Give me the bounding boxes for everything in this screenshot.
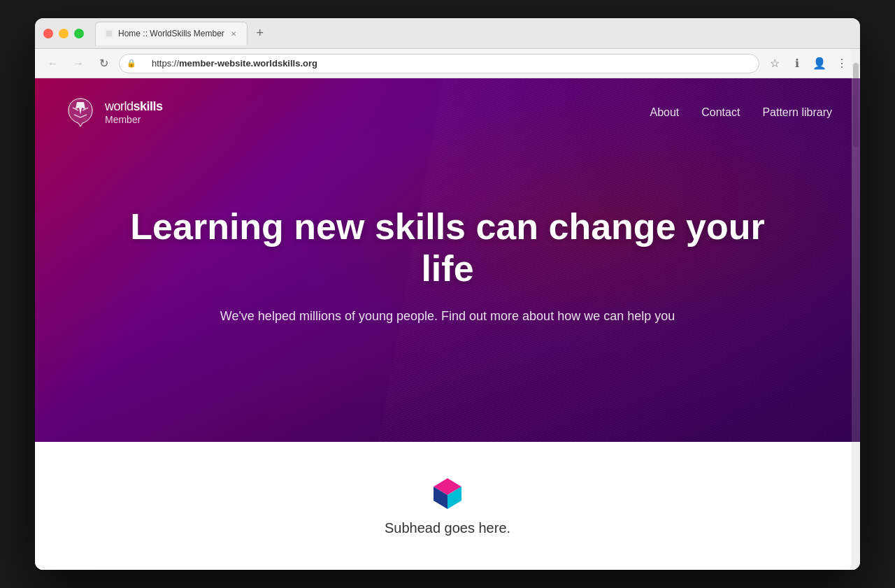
- subhead-text: Subhead goes here.: [385, 520, 510, 536]
- browser-tab[interactable]: Home :: WorldSkills Member ✕: [95, 22, 248, 45]
- new-tab-button[interactable]: +: [250, 24, 270, 43]
- site-logo: worldskills Member: [63, 95, 163, 130]
- tab-favicon-icon: [104, 29, 114, 38]
- browser-window: Home :: WorldSkills Member ✕ + ← → ↻ 🔒 h…: [35, 18, 860, 570]
- logo-worldskills-text: worldskills: [105, 99, 163, 115]
- url-text: https://member-website.worldskills.org: [152, 58, 317, 69]
- below-hero-section: Subhead goes here.: [35, 442, 860, 570]
- refresh-button[interactable]: ↻: [94, 54, 113, 73]
- nav-about-link[interactable]: About: [650, 106, 679, 119]
- minimize-window-button[interactable]: [59, 29, 69, 38]
- website-content: worldskills Member About Contact Pattern…: [35, 78, 860, 570]
- traffic-lights: [43, 29, 84, 38]
- account-button[interactable]: 👤: [810, 54, 829, 73]
- title-bar: Home :: WorldSkills Member ✕ +: [35, 18, 860, 49]
- info-button[interactable]: ℹ: [787, 54, 807, 73]
- hero-subtext: We've helped millions of young people. F…: [117, 307, 778, 326]
- cube-icon: [431, 475, 464, 509]
- tab-close-button[interactable]: ✕: [229, 29, 238, 38]
- toolbar-right: ☆ ℹ 👤 ⋮: [765, 54, 852, 73]
- logo-world-part: world: [105, 99, 134, 113]
- logo-skills-part: skills: [134, 99, 163, 113]
- hero-headline: Learning new skills can change your life: [117, 206, 778, 290]
- site-nav: worldskills Member About Contact Pattern…: [35, 78, 860, 147]
- forward-button[interactable]: →: [69, 54, 88, 73]
- logo-text-area: worldskills Member: [105, 99, 163, 126]
- bookmark-button[interactable]: ☆: [765, 54, 785, 73]
- close-window-button[interactable]: [43, 29, 53, 38]
- tab-bar: Home :: WorldSkills Member ✕ +: [95, 22, 852, 45]
- url-bar[interactable]: 🔒 https://member-website.worldskills.org: [119, 54, 759, 73]
- lock-icon: 🔒: [127, 59, 136, 68]
- tab-title: Home :: WorldSkills Member: [118, 29, 224, 38]
- menu-button[interactable]: ⋮: [832, 54, 852, 73]
- address-bar: ← → ↻ 🔒 https://member-website.worldskil…: [35, 49, 860, 78]
- maximize-window-button[interactable]: [74, 29, 84, 38]
- nav-contact-link[interactable]: Contact: [701, 106, 740, 119]
- hero-body: Learning new skills can change your life…: [117, 206, 778, 326]
- hero-section: worldskills Member About Contact Pattern…: [35, 78, 860, 442]
- nav-links: About Contact Pattern library: [650, 106, 832, 119]
- nav-pattern-library-link[interactable]: Pattern library: [762, 106, 832, 119]
- logo-member-text: Member: [105, 114, 163, 126]
- logo-icon: [63, 95, 98, 130]
- back-button[interactable]: ←: [43, 54, 63, 73]
